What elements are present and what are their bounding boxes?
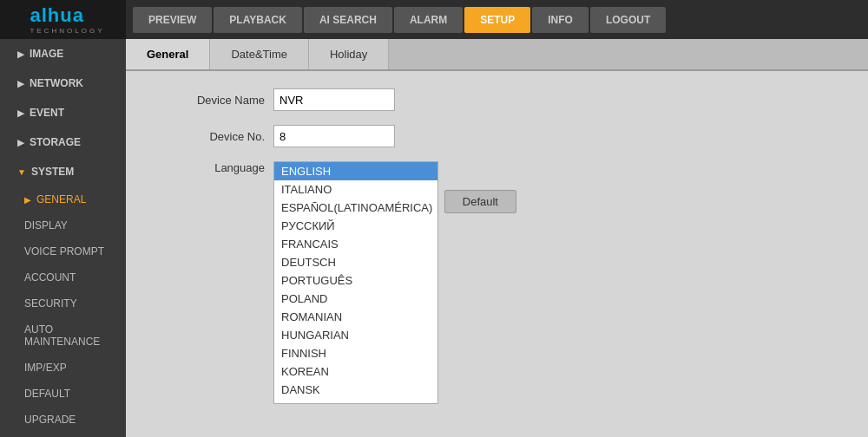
tab-general[interactable]: General xyxy=(126,39,210,69)
brand-name: alhua xyxy=(30,4,83,27)
sidebar-sub-security[interactable]: SECURITY xyxy=(0,290,126,316)
sidebar-item-network[interactable]: ▶ NETWORK xyxy=(0,68,126,98)
sidebar-label-default: DEFAULT xyxy=(24,388,70,400)
device-no-row: Device No. xyxy=(152,125,842,147)
language-label: Language xyxy=(152,161,265,174)
lang-option-czechish[interactable]: CZECHISH xyxy=(274,399,437,404)
lang-option-italiano[interactable]: ITALIANO xyxy=(274,180,437,199)
lang-option-portugues[interactable]: PORTUGUÊS xyxy=(274,271,437,290)
sidebar-sub-default[interactable]: DEFAULT xyxy=(0,381,126,407)
lang-option-romanian[interactable]: ROMANIAN xyxy=(274,308,437,326)
arrow-icon: ▶ xyxy=(17,108,24,118)
tab-bar: General Date&Time Holiday xyxy=(126,39,868,71)
lang-option-hungarian[interactable]: HUNGARIAN xyxy=(274,326,437,344)
sidebar-sub-account[interactable]: ACCOUNT xyxy=(0,264,126,290)
sidebar-sub-voice-prompt[interactable]: VOICE PROMPT xyxy=(0,238,126,264)
lang-option-korean[interactable]: KOREAN xyxy=(274,362,437,381)
sidebar-sub-display[interactable]: DISPLAY xyxy=(0,212,126,238)
sidebar-label-system: SYSTEM xyxy=(31,166,74,178)
sidebar-sub-auto-maintenance[interactable]: AUTO MAINTENANCE xyxy=(0,316,126,355)
nav-setup[interactable]: SETUP xyxy=(464,7,530,33)
lang-option-dansk[interactable]: DANSK xyxy=(274,381,437,399)
device-no-input[interactable] xyxy=(273,125,395,147)
sidebar-label-security: SECURITY xyxy=(24,297,77,310)
lang-option-russian[interactable]: РУССКИЙ xyxy=(274,217,437,235)
nav-button-group: PREVIEW PLAYBACK AI SEARCH ALARM SETUP I… xyxy=(126,7,673,33)
device-name-label: Device Name xyxy=(152,94,265,107)
lang-option-poland[interactable]: POLAND xyxy=(274,290,437,308)
settings-form: Device Name Device No. Language ENGLISH … xyxy=(126,71,868,232)
sidebar-label-storage: STORAGE xyxy=(30,136,81,148)
nav-logout[interactable]: LOGOUT xyxy=(590,7,666,33)
brand-sub: TECHNOLOGY xyxy=(30,27,104,35)
top-navigation: alhua TECHNOLOGY PREVIEW PLAYBACK AI SEA… xyxy=(0,0,868,39)
sidebar-item-system[interactable]: ▼ SYSTEM xyxy=(0,157,126,186)
default-button[interactable]: Default xyxy=(444,190,516,213)
lang-option-finnish[interactable]: FINNISH xyxy=(274,344,437,362)
lang-option-francais[interactable]: FRANCAIS xyxy=(274,235,437,253)
device-name-row: Device Name xyxy=(152,88,842,111)
arrow-icon: ▶ xyxy=(24,195,31,205)
arrow-icon: ▶ xyxy=(17,79,24,88)
sidebar-item-storage[interactable]: ▶ STORAGE xyxy=(0,127,126,157)
content-area: General Date&Time Holiday Device Name De… xyxy=(126,39,868,437)
sidebar-label-imp-exp: IMP/EXP xyxy=(24,362,67,374)
sidebar-item-event[interactable]: ▶ EVENT xyxy=(0,98,126,127)
device-name-input[interactable] xyxy=(273,88,395,111)
logo: alhua TECHNOLOGY xyxy=(0,0,126,39)
sidebar-sub-imp-exp[interactable]: IMP/EXP xyxy=(0,355,126,381)
lang-option-deutsch[interactable]: DEUTSCH xyxy=(274,253,437,271)
language-row: Language ENGLISH ITALIANO ESPAÑOL(LATINO… xyxy=(152,161,842,174)
sidebar: ▶ IMAGE ▶ NETWORK ▶ EVENT ▶ STORAGE ▼ SY… xyxy=(0,39,126,437)
nav-playback[interactable]: PLAYBACK xyxy=(214,7,302,33)
sidebar-label-account: ACCOUNT xyxy=(24,271,76,284)
language-list[interactable]: ENGLISH ITALIANO ESPAÑOL(LATINOAMÉRICA) … xyxy=(273,161,438,404)
nav-ai-search[interactable]: AI SEARCH xyxy=(304,7,392,33)
sidebar-label-network: NETWORK xyxy=(30,77,83,89)
sidebar-sub-upgrade[interactable]: UPGRADE xyxy=(0,407,126,433)
sidebar-label-auto-maintenance: AUTO MAINTENANCE xyxy=(24,323,115,348)
main-layout: ▶ IMAGE ▶ NETWORK ▶ EVENT ▶ STORAGE ▼ SY… xyxy=(0,39,868,437)
lang-option-espanol[interactable]: ESPAÑOL(LATINOAMÉRICA) xyxy=(274,199,437,217)
nav-preview[interactable]: PREVIEW xyxy=(133,7,212,33)
sidebar-label-upgrade: UPGRADE xyxy=(24,414,76,426)
nav-alarm[interactable]: ALARM xyxy=(394,7,463,33)
tab-datetime[interactable]: Date&Time xyxy=(210,39,309,69)
sidebar-sub-general[interactable]: ▶ GENERAL xyxy=(0,186,126,212)
arrow-icon: ▶ xyxy=(17,138,24,147)
sidebar-label-image: IMAGE xyxy=(30,48,63,60)
sidebar-label-general: GENERAL xyxy=(36,193,86,205)
sidebar-label-event: EVENT xyxy=(30,107,64,119)
device-no-label: Device No. xyxy=(152,130,265,143)
tab-holiday[interactable]: Holiday xyxy=(309,39,389,69)
sidebar-label-display: DISPLAY xyxy=(24,219,68,232)
lang-option-english[interactable]: ENGLISH xyxy=(274,162,437,180)
arrow-icon: ▶ xyxy=(17,49,24,59)
nav-info[interactable]: INFO xyxy=(532,7,589,33)
sidebar-item-image[interactable]: ▶ IMAGE xyxy=(0,39,126,68)
arrow-down-icon: ▼ xyxy=(17,167,26,177)
sidebar-label-voice-prompt: VOICE PROMPT xyxy=(24,245,104,258)
